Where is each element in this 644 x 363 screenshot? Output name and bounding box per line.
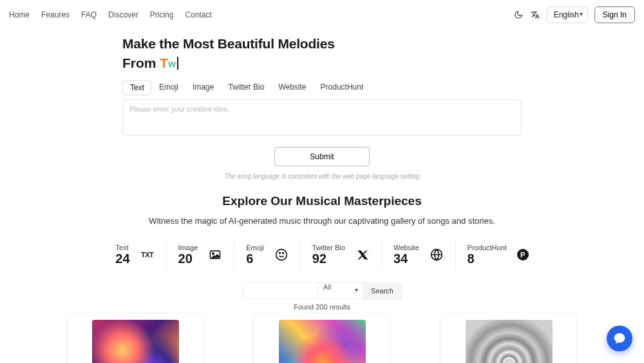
explore-subtitle: Witness the magic of AI-generated music … <box>0 216 644 226</box>
stat-text-value: 24 <box>115 251 129 266</box>
svg-point-3 <box>279 253 280 254</box>
stat-image-label: Image <box>178 244 198 251</box>
chat-icon <box>613 332 626 345</box>
hero-title: Make the Most Beautiful Melodies <box>122 36 522 52</box>
stat-ph-label: ProductHunt <box>468 244 507 251</box>
stat-emoji[interactable]: Emoji 6 <box>234 240 301 270</box>
tab-emoji[interactable]: Emoji <box>152 80 185 95</box>
smile-icon <box>274 248 289 262</box>
stat-ph-value: 8 <box>468 251 507 266</box>
gallery-card[interactable] <box>68 313 203 363</box>
tab-producthunt[interactable]: ProductHunt <box>314 80 371 95</box>
filter-category-select[interactable]: All <box>318 282 363 299</box>
translate-icon[interactable] <box>530 10 540 20</box>
chat-button[interactable] <box>607 326 632 351</box>
nav-faq[interactable]: FAQ <box>81 10 97 19</box>
album-art <box>92 320 179 363</box>
submit-button[interactable]: Submit <box>274 147 369 166</box>
stat-text[interactable]: Text 24 TXT <box>104 240 166 270</box>
svg-point-1 <box>213 253 214 255</box>
idea-input[interactable] <box>122 99 522 135</box>
stat-twitter-value: 92 <box>312 251 345 266</box>
typed-char-t: T <box>160 55 168 71</box>
globe-icon <box>430 248 444 262</box>
tab-image[interactable]: Image <box>185 80 221 95</box>
stat-twitter[interactable]: Twitter Bio 92 <box>301 240 382 270</box>
nav-pricing[interactable]: Pricing <box>150 10 174 19</box>
stat-website-label: Website <box>393 244 419 251</box>
hero-subtitle: From Tw <box>122 55 522 71</box>
nav-features[interactable]: Feaures <box>41 10 70 19</box>
nav-contact[interactable]: Contact <box>185 10 211 19</box>
stats-bar: Text 24 TXT Image 20 Emoji 6 <box>0 240 644 270</box>
dark-mode-icon[interactable] <box>513 10 524 20</box>
filter-row: All Search <box>0 282 644 299</box>
stat-emoji-value: 6 <box>246 251 264 266</box>
svg-point-4 <box>282 253 283 254</box>
gallery-card[interactable] <box>254 313 390 363</box>
hero-from-label: From <box>122 55 156 71</box>
album-art <box>279 320 366 363</box>
explore-title: Explore Our Musical Masterpieces <box>0 194 644 208</box>
tab-text[interactable]: Text <box>122 80 152 95</box>
album-art <box>466 320 553 363</box>
stat-emoji-label: Emoji <box>246 244 264 251</box>
gallery <box>0 313 644 363</box>
main-nav: Home Feaures FAQ Discover Pricing Contac… <box>9 10 212 19</box>
results-count: Found 200 results <box>0 303 644 311</box>
image-icon <box>208 248 222 262</box>
stat-twitter-label: Twitter Bio <box>312 244 345 251</box>
text-icon: TXT <box>140 248 155 262</box>
language-select[interactable]: English <box>547 6 588 23</box>
typed-char-w: w <box>168 58 176 69</box>
input-tabs: Text Emoji Image Twitter Bio Website Pro… <box>122 80 522 95</box>
sign-in-button[interactable]: Sign In <box>594 6 635 23</box>
svg-point-2 <box>276 250 287 260</box>
stat-website-value: 34 <box>393 251 419 266</box>
stat-website[interactable]: Website 34 <box>382 240 456 270</box>
language-hint: The song language is consistent with the… <box>122 173 522 180</box>
x-icon <box>355 248 370 262</box>
tab-twitter-bio[interactable]: Twitter Bio <box>221 80 271 95</box>
stat-image[interactable]: Image 20 <box>167 240 235 270</box>
stat-producthunt[interactable]: ProductHunt 8 P <box>456 240 540 270</box>
typing-cursor <box>177 57 178 70</box>
stat-text-label: Text <box>115 244 129 251</box>
tab-website[interactable]: Website <box>271 80 313 95</box>
search-button[interactable]: Search <box>363 282 402 299</box>
filter-search-input[interactable] <box>242 282 318 299</box>
nav-home[interactable]: Home <box>9 10 30 19</box>
gallery-card[interactable] <box>441 313 576 363</box>
stat-image-value: 20 <box>178 251 198 266</box>
producthunt-icon: P <box>517 249 529 260</box>
nav-discover[interactable]: Discover <box>108 10 138 19</box>
